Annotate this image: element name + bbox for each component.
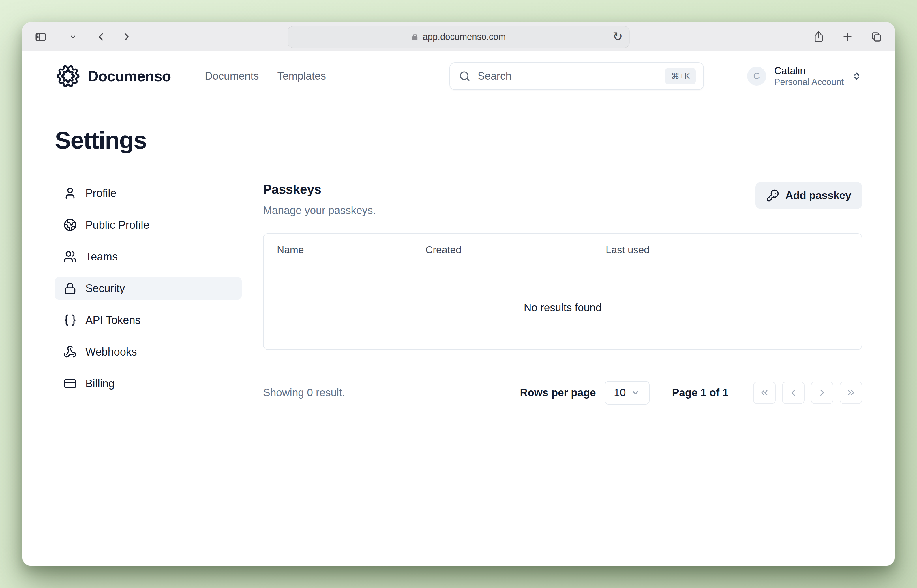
column-header-created: Created <box>425 244 606 255</box>
browser-toolbar: app.documenso.com ↻ <box>23 23 894 51</box>
chevron-right-icon <box>817 388 827 398</box>
sidebar-item-security[interactable]: Security <box>55 277 242 300</box>
address-bar[interactable]: app.documenso.com ↻ <box>288 26 629 48</box>
sidebar-item-label: Public Profile <box>86 219 149 231</box>
avatar: C <box>747 66 766 86</box>
sidebar-item-label: Billing <box>86 378 115 390</box>
forward-button[interactable] <box>120 30 133 44</box>
search-input[interactable]: Search ⌘+K <box>450 62 704 90</box>
results-count: Showing 0 result. <box>263 387 345 399</box>
reload-icon[interactable]: ↻ <box>613 29 623 43</box>
credit-card-icon <box>63 377 77 390</box>
primary-nav: Documents Templates <box>205 70 326 82</box>
settings-sidebar: Profile Public Profile Teams Security AP… <box>55 182 242 405</box>
sidebar-item-label: Teams <box>86 250 118 263</box>
share-icon[interactable] <box>812 30 825 44</box>
braces-icon <box>63 313 77 327</box>
passkeys-panel: Passkeys Manage your passkeys. Add passk… <box>263 182 862 405</box>
tls-lock-icon <box>411 33 419 40</box>
rows-per-page-select[interactable]: 10 <box>605 381 650 405</box>
sidebar-item-profile[interactable]: Profile <box>55 182 242 204</box>
chevrons-right-icon <box>846 388 856 398</box>
add-passkey-button[interactable]: Add passkey <box>755 182 862 209</box>
account-type: Personal Account <box>774 77 844 88</box>
first-page-button[interactable] <box>753 381 776 404</box>
nav-documents[interactable]: Documents <box>205 70 259 82</box>
app-header: Documenso Documents Templates Search ⌘+K… <box>23 51 894 101</box>
previous-page-button[interactable] <box>782 381 804 404</box>
sidebar-chevron-down-icon[interactable] <box>66 30 79 44</box>
table-header-row: Name Created Last used <box>264 234 862 266</box>
url-text: app.documenso.com <box>423 32 506 42</box>
page-title: Settings <box>55 126 862 154</box>
rows-per-page-value: 10 <box>614 387 626 399</box>
chevron-down-icon <box>631 388 640 397</box>
globe-icon <box>63 218 77 231</box>
passkeys-table: Name Created Last used No results found <box>263 233 862 350</box>
documenso-logo-icon <box>55 63 81 89</box>
tab-overview-icon[interactable] <box>870 30 883 44</box>
chevrons-left-icon <box>759 388 770 398</box>
no-results-text: No results found <box>524 302 602 314</box>
toolbar-divider <box>57 31 57 43</box>
browser-window: app.documenso.com ↻ Documenso Documents <box>23 23 894 565</box>
brand-name: Documenso <box>88 68 171 85</box>
key-icon <box>767 189 779 202</box>
column-header-last-used: Last used <box>606 244 848 255</box>
pagination <box>753 381 862 404</box>
table-footer: Showing 0 result. Rows per page 10 Page … <box>263 381 862 405</box>
table-empty-state: No results found <box>264 266 862 349</box>
passkeys-title: Passkeys <box>263 182 376 197</box>
lock-icon <box>63 282 77 295</box>
rows-per-page-label: Rows per page <box>520 387 596 399</box>
page-indicator: Page 1 of 1 <box>672 387 728 399</box>
new-tab-icon[interactable] <box>841 30 854 44</box>
sidebar-item-label: Profile <box>86 187 116 200</box>
user-icon <box>63 187 77 200</box>
sidebar-item-teams[interactable]: Teams <box>55 246 242 268</box>
column-header-name: Name <box>277 244 425 255</box>
sidebar-item-api-tokens[interactable]: API Tokens <box>55 309 242 331</box>
sidebar-toggle-icon[interactable] <box>34 30 47 44</box>
sidebar-item-webhooks[interactable]: Webhooks <box>55 341 242 363</box>
users-icon <box>63 250 77 263</box>
sidebar-item-billing[interactable]: Billing <box>55 372 242 395</box>
chevron-left-icon <box>788 388 799 398</box>
nav-templates[interactable]: Templates <box>277 70 326 82</box>
search-icon <box>459 70 471 82</box>
search-placeholder: Search <box>478 70 665 82</box>
chevrons-up-down-icon <box>851 71 862 82</box>
next-page-button[interactable] <box>811 381 833 404</box>
last-page-button[interactable] <box>840 381 862 404</box>
account-name: Catalin <box>774 65 844 77</box>
brand-logo[interactable]: Documenso <box>55 63 171 89</box>
account-menu[interactable]: C Catalin Personal Account <box>747 65 862 88</box>
add-passkey-label: Add passkey <box>786 189 851 202</box>
webhook-icon <box>63 345 77 359</box>
sidebar-item-public-profile[interactable]: Public Profile <box>55 214 242 236</box>
back-button[interactable] <box>94 30 107 44</box>
sidebar-item-label: API Tokens <box>86 314 141 326</box>
passkeys-subtitle: Manage your passkeys. <box>263 204 376 216</box>
sidebar-item-label: Security <box>86 282 125 295</box>
search-shortcut-badge: ⌘+K <box>665 68 695 84</box>
sidebar-item-label: Webhooks <box>86 346 137 358</box>
